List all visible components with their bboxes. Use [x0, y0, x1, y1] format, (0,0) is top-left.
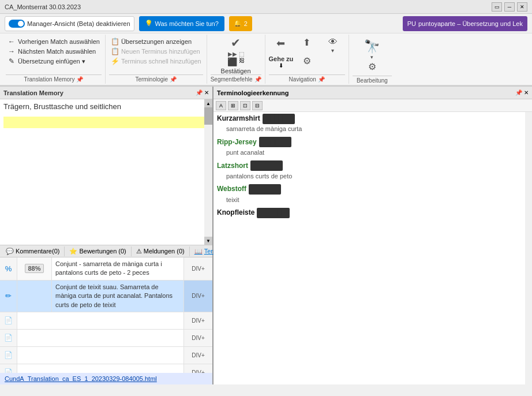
- seg-text-2: [17, 312, 183, 329]
- tm-items: ← Vorherigen Match auswählen → Nächsten …: [6, 36, 102, 74]
- binoculars-icon: 🔭: [364, 39, 380, 54]
- left-panel-content: Trägern, Brusttasche und seitlichen ▲ ▼: [0, 99, 212, 245]
- close-left-icon[interactable]: ✕: [204, 89, 209, 96]
- add-term-btn[interactable]: 📋 Neuen Terminus hinzufügen: [109, 47, 203, 56]
- bell-button[interactable]: 🔔 2: [229, 16, 252, 31]
- lightning-icon: ⚡: [111, 57, 119, 65]
- restore-btn[interactable]: ▭: [492, 2, 502, 12]
- ratings-tab[interactable]: ⭐ Bewertungen (0): [65, 246, 131, 256]
- nav-down-icon: ⬇: [279, 62, 283, 69]
- confirm-btn[interactable]: ✔ ▶▶ ⬚ ⬛ ⛓: [227, 36, 245, 66]
- pencil-icon: ✎: [8, 57, 16, 65]
- seg-items: ✔ ▶▶ ⬚ ⬛ ⛓ Bestätigen: [211, 36, 261, 74]
- terminology-group: 📋 Übersetzungen anzeigen 📋 Neuen Terminu…: [106, 35, 207, 84]
- settings-icon: ⚙: [303, 55, 311, 66]
- window-controls: ▭ ─ ✕: [492, 2, 527, 12]
- pin-left-icon[interactable]: 📌: [196, 89, 203, 96]
- seg-div-2[interactable]: DIV+: [183, 312, 212, 329]
- arrow-right-icon: →: [8, 47, 16, 55]
- left-panel-title: Translation Memory: [3, 89, 63, 96]
- pin-icon-seg: 📌: [254, 76, 261, 83]
- segment-table: % 88% Conjunt - samarreta de màniga curt…: [0, 257, 212, 373]
- term-name-2: Latzshort ████: [217, 160, 529, 171]
- scroll-track: [204, 107, 212, 237]
- ribbon: ← Vorherigen Match auswählen → Nächsten …: [0, 33, 532, 87]
- segment-commands-group: ✔ ▶▶ ⬚ ⬛ ⛓ Bestätigen Segmentbefehle 📌: [207, 35, 265, 84]
- next-match-btn[interactable]: → Nächsten Match auswählen: [6, 47, 102, 56]
- scroll-thumb: [204, 107, 212, 125]
- manager-view-toggle[interactable]: Manager-Ansicht (Beta) deaktivieren: [5, 16, 134, 31]
- nav-group-title: Navigation 📌: [269, 74, 345, 83]
- user-button[interactable]: PU puntoyaparte – Übersetzung und Lek: [403, 16, 527, 31]
- color-icon: ⬛: [227, 57, 237, 66]
- show-translations-btn[interactable]: 📋 Übersetzungen anzeigen: [109, 37, 203, 46]
- seg-div-0[interactable]: DIV+: [183, 257, 212, 280]
- scroll-up-btn[interactable]: ▲: [204, 99, 212, 107]
- nav-settings-btn[interactable]: ⚙: [294, 55, 319, 73]
- term-redact-4: ████: [257, 208, 289, 218]
- table-row: 📄 DIV+: [0, 330, 212, 347]
- pin-icon-nav: 📌: [318, 76, 325, 83]
- term-scrollbar: [525, 112, 532, 384]
- minimize-btn[interactable]: ─: [504, 2, 515, 12]
- list-icon: 📋: [111, 38, 119, 46]
- nav-goto-btn[interactable]: Gehe zu ⬇: [269, 55, 294, 73]
- list-item: Ripp-Jersey ████ punt acanalat: [213, 136, 532, 159]
- toolbar-btn-2[interactable]: ⊞: [228, 101, 238, 110]
- comments-tab[interactable]: 💬 Kommentare(0): [1, 246, 65, 256]
- term-name-3: Webstoff ████: [217, 184, 529, 195]
- pin-icon-term: 📌: [170, 76, 177, 83]
- messages-tab[interactable]: ⚠ Meldungen (0): [132, 246, 190, 256]
- close-btn[interactable]: ✕: [517, 2, 527, 12]
- left-panel-header: Translation Memory 📌 ✕: [0, 87, 212, 99]
- percent-icon: %: [5, 264, 12, 273]
- left-panel: Translation Memory 📌 ✕ Trägern, Brusttas…: [0, 87, 213, 384]
- insert-translation-btn[interactable]: ✎ Übersetzung einfügen ▾: [6, 57, 102, 66]
- quick-add-term-btn[interactable]: ⚡ Terminus schnell hinzufügen: [109, 57, 203, 66]
- table-row: % 88% Conjunt - samarreta de màniga curt…: [0, 257, 212, 281]
- close-right-icon[interactable]: ✕: [524, 89, 529, 96]
- nav-eye-btn[interactable]: 👁 ▾: [320, 37, 345, 73]
- pin-icon: 📌: [76, 76, 83, 83]
- lightbulb-icon: 💡: [145, 20, 153, 27]
- term-items: 📋 Übersetzungen anzeigen 📋 Neuen Terminu…: [109, 36, 203, 74]
- term-name-4: Knopfleiste ████: [217, 207, 529, 218]
- toggle-track[interactable]: [9, 20, 25, 28]
- bottom-file-path[interactable]: CundA_Translation_ca_ES_1_20230329-08400…: [0, 373, 212, 384]
- prev-match-btn[interactable]: ← Vorherigen Match auswählen: [6, 37, 102, 46]
- nav-left-icon: ⬅: [276, 37, 285, 50]
- seg-div-4[interactable]: DIV+: [183, 347, 212, 364]
- editing-group: 🔭 ▾ ⚙ Bearbeitung: [349, 35, 395, 84]
- seg-text-1: Conjunt de teixit suau. Samarreta de màn…: [52, 281, 183, 312]
- user-icon: PU: [407, 20, 416, 27]
- seg-icon-4: 📄: [0, 347, 17, 364]
- toolbar-btn-3[interactable]: ⊡: [240, 101, 250, 110]
- eye-icon: 👁: [328, 37, 338, 47]
- nav-left-btn[interactable]: ⬅: [269, 37, 294, 54]
- edit-items: 🔭 ▾ ⚙: [353, 36, 392, 76]
- scroll-down-btn[interactable]: ▼: [204, 237, 212, 245]
- terminology-group-title: Terminologie 📌: [109, 74, 203, 83]
- doc-icon-2: 📄: [4, 316, 13, 324]
- pin-right-icon[interactable]: 📌: [515, 89, 522, 96]
- bell-icon: 🔔: [234, 20, 242, 27]
- nav-up-btn[interactable]: ⬆: [294, 37, 319, 54]
- seg-div-1[interactable]: DIV+: [183, 281, 212, 312]
- seg-div-3[interactable]: DIV+: [183, 330, 212, 346]
- left-panel-text: Trägern, Brusttasche und seitlichen: [3, 102, 209, 112]
- main-content: Translation Memory 📌 ✕ Trägern, Brusttas…: [0, 87, 532, 384]
- seg-icon-0: %: [0, 257, 17, 280]
- toggle-label: Manager-Ansicht (Beta) deaktivieren: [27, 20, 130, 27]
- doc-icon-3: 📄: [4, 334, 13, 342]
- list-item: Knopfleiste ████: [213, 206, 532, 219]
- arrow-right-seg[interactable]: ▶▶: [228, 51, 237, 57]
- comment-icon: 💬: [6, 248, 14, 255]
- right-panel-btns: 📌 ✕: [515, 89, 529, 96]
- nav-up-icon: ⬆: [303, 37, 310, 48]
- toolbar-btn-1[interactable]: A: [216, 101, 226, 110]
- ribbon-row: ← Vorherigen Match auswählen → Nächsten …: [0, 33, 532, 85]
- panel-header-btns: 📌 ✕: [196, 89, 209, 96]
- toolbar-btn-4[interactable]: ⊟: [252, 101, 263, 110]
- question-button[interactable]: 💡 Was möchten Sie tun?: [139, 16, 224, 31]
- toggle-thumb: [18, 21, 24, 27]
